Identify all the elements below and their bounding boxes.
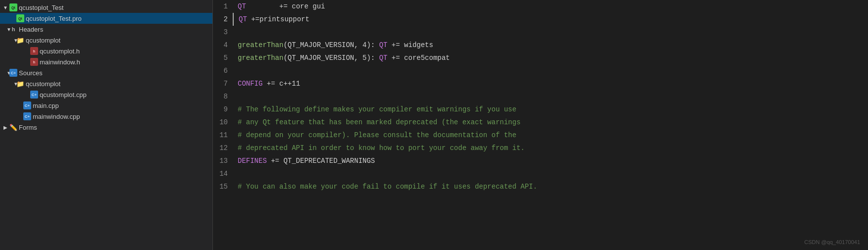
- line-content-1: QT += core gui: [233, 0, 868, 13]
- line-content-11: # depend on your compiler). Please consu…: [233, 129, 868, 142]
- line-number-1: 1: [213, 0, 233, 13]
- code-content: 1 QT += core gui 2 QT +=printsupport 3 4…: [213, 0, 868, 250]
- sidebar-item-headers-qcustomplot[interactable]: ▼ 📁 qcustomplot: [0, 35, 212, 46]
- code-line-10: 10 # any Qt feature that has been marked…: [213, 116, 868, 129]
- line-content-2: QT +=printsupport: [233, 13, 868, 26]
- headers-qcustomplot-label: qcustomplot: [26, 37, 60, 44]
- root-label: qcustoplot_Test: [19, 4, 63, 11]
- code-line-1: 1 QT += core gui: [213, 0, 868, 13]
- h-file-icon-2: h: [30, 57, 39, 66]
- line-content-10: # any Qt feature that has been marked de…: [233, 116, 868, 129]
- line-number-5: 5: [213, 51, 233, 64]
- pro-file-icon: Qt: [16, 14, 25, 23]
- line-number-15: 15: [213, 180, 233, 193]
- line-number-4: 4: [213, 39, 233, 51]
- expand-arrow-forms: ▶: [2, 125, 9, 130]
- code-line-6: 6: [213, 64, 868, 77]
- file-tree: ▼ Qt qcustoplot_Test ▶ Qt qcustoplot_Tes…: [0, 0, 213, 250]
- forms-label: Forms: [19, 124, 37, 131]
- code-line-4: 4 greaterThan(QT_MAJOR_VERSION, 4): QT +…: [213, 39, 868, 51]
- sidebar-item-sources-qcustomplot[interactable]: ▼ 📁 qcustomplot: [0, 78, 212, 89]
- code-line-5: 5 greaterThan(QT_MAJOR_VERSION, 5): QT +…: [213, 51, 868, 64]
- line-content-15: # You can also make your code fail to co…: [233, 180, 868, 193]
- line-content-5: greaterThan(QT_MAJOR_VERSION, 5): QT += …: [233, 51, 868, 64]
- line-content-12: # deprecated API in order to know how to…: [233, 142, 868, 154]
- code-line-9: 9 # The following define makes your comp…: [213, 103, 868, 116]
- sidebar-item-pro-file[interactable]: ▶ Qt qcustoplot_Test.pro: [0, 13, 212, 24]
- sidebar-item-mainwindow-cpp[interactable]: ▶ C+ mainwindow.cpp: [0, 111, 212, 122]
- code-line-8: 8: [213, 90, 868, 103]
- line-content-9: # The following define makes your compil…: [233, 103, 868, 116]
- pro-file-label: qcustoplot_Test.pro: [26, 15, 82, 22]
- sidebar-item-qcustomplot-h[interactable]: ▶ h qcustomplot.h: [0, 46, 212, 56]
- code-line-15: 15 # You can also make your code fail to…: [213, 180, 868, 193]
- expand-arrow-sources-qcustomplot: ▼: [9, 81, 16, 87]
- expand-arrow-root: ▼: [2, 5, 9, 10]
- line-number-9: 9: [213, 103, 233, 116]
- code-line-13: 13 DEFINES += QT_DEPRECATED_WARNINGS: [213, 154, 868, 167]
- folder-icon-qcustomplot-src: 📁: [16, 79, 25, 88]
- line-number-14: 14: [213, 167, 233, 180]
- code-editor[interactable]: 1 QT += core gui 2 QT +=printsupport 3 4…: [213, 0, 868, 250]
- expand-arrow-headers-qcustomplot: ▼: [9, 38, 16, 43]
- cpp-file-icon-2: C+: [23, 101, 32, 110]
- sidebar-item-headers[interactable]: ▼ h Headers: [0, 24, 212, 35]
- qcustomplot-h-label: qcustomplot.h: [40, 48, 80, 55]
- code-line-12: 12 # deprecated API in order to know how…: [213, 142, 868, 154]
- main-cpp-label: main.cpp: [33, 102, 59, 109]
- line-number-3: 3: [213, 26, 233, 39]
- sidebar-item-qcustomplot-cpp[interactable]: ▶ C+ qcustomplot.cpp: [0, 89, 212, 100]
- mainwindow-h-label: mainwindow.h: [40, 58, 80, 66]
- qcustomplot-cpp-label: qcustomplot.cpp: [40, 91, 87, 99]
- headers-label: Headers: [19, 26, 43, 33]
- forms-icon: ✏️: [9, 123, 18, 132]
- code-line-7: 7 CONFIG += c++11: [213, 77, 868, 90]
- sources-label: Sources: [19, 69, 43, 77]
- line-number-11: 11: [213, 129, 233, 142]
- cpp-file-icon: C+: [30, 90, 39, 99]
- mainwindow-cpp-label: mainwindow.cpp: [33, 113, 80, 120]
- line-number-12: 12: [213, 142, 233, 154]
- watermark: CSDN @qq_40170041: [804, 239, 860, 245]
- line-content-3: [233, 26, 868, 39]
- line-content-7: CONFIG += c++11: [233, 77, 868, 90]
- sources-qcustomplot-label: qcustomplot: [26, 80, 60, 88]
- line-number-10: 10: [213, 116, 233, 129]
- line-number-7: 7: [213, 77, 233, 90]
- line-content-8: [233, 90, 868, 103]
- code-line-14: 14: [213, 167, 868, 180]
- line-content-6: [233, 64, 868, 77]
- code-line-3: 3: [213, 26, 868, 39]
- code-line-11: 11 # depend on your compiler). Please co…: [213, 129, 868, 142]
- line-number-8: 8: [213, 90, 233, 103]
- line-content-14: [233, 167, 868, 180]
- qt-project-icon: Qt: [9, 3, 18, 12]
- folder-icon-qcustomplot-h: 📁: [16, 36, 25, 45]
- line-number-2: 2: [213, 13, 233, 26]
- sidebar-item-forms[interactable]: ▶ ✏️ Forms: [0, 122, 212, 133]
- line-number-6: 6: [213, 64, 233, 77]
- headers-folder-icon: h: [9, 25, 18, 34]
- sidebar-root[interactable]: ▼ Qt qcustoplot_Test: [0, 2, 212, 13]
- expand-arrow-sources: ▼: [2, 70, 9, 76]
- cpp-sources-icon: C+: [9, 68, 18, 77]
- sidebar-item-sources[interactable]: ▼ C+ Sources: [0, 67, 212, 78]
- cpp-file-icon-3: C+: [23, 112, 32, 121]
- sidebar-item-main-cpp[interactable]: ▶ C+ main.cpp: [0, 100, 212, 111]
- line-number-13: 13: [213, 154, 233, 167]
- line-content-13: DEFINES += QT_DEPRECATED_WARNINGS: [233, 154, 868, 167]
- expand-arrow-headers: ▼: [2, 27, 9, 32]
- sidebar-item-mainwindow-h[interactable]: ▶ h mainwindow.h: [0, 56, 212, 67]
- line-content-4: greaterThan(QT_MAJOR_VERSION, 4): QT += …: [233, 39, 868, 51]
- code-line-2: 2 QT +=printsupport: [213, 13, 868, 26]
- h-file-icon: h: [30, 47, 39, 55]
